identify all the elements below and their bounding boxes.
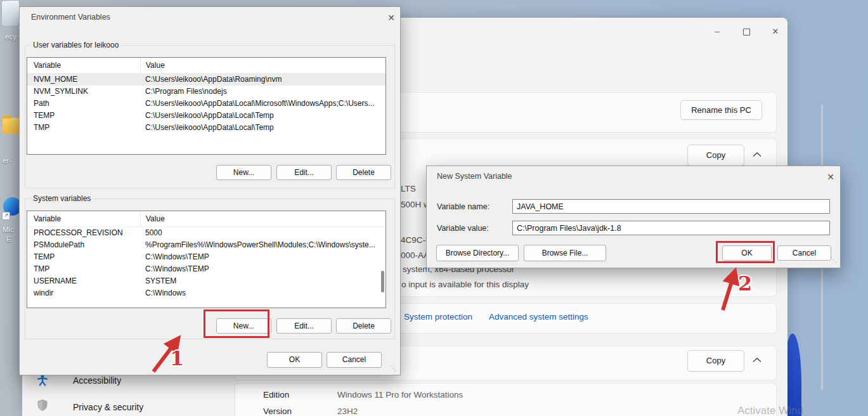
- maximize-glyph: [743, 29, 750, 36]
- edge-label-line1: Mic: [3, 226, 14, 233]
- copy-button-windows-specs[interactable]: Copy: [687, 350, 744, 372]
- cancel-button[interactable]: Cancel: [327, 352, 382, 368]
- cell-variable: NVM_SYMLINK: [27, 86, 140, 98]
- cell-variable: NVM_HOME: [27, 74, 140, 86]
- resize-grip[interactable]: ⋱: [831, 257, 837, 263]
- variable-name-input[interactable]: [512, 199, 830, 214]
- cell-value: C:\Users\leikooo\AppData\Local\Temp: [140, 122, 385, 134]
- highlight-box-ok-button: [716, 241, 775, 263]
- user-edit-button[interactable]: Edit...: [276, 165, 332, 180]
- cell-value: C:\Windows\TEMP: [140, 251, 385, 263]
- dialog-title: New System Variable: [437, 172, 512, 181]
- cell-value: C:\Windows\TEMP: [140, 263, 385, 275]
- cell-variable: PSModulePath: [27, 239, 140, 251]
- column-header-variable: Variable: [27, 58, 141, 73]
- cell-value: C:\Users\leikooo\AppData\Roaming\nvm: [140, 74, 385, 86]
- browse-file-button[interactable]: Browse File...: [524, 245, 606, 261]
- table-row[interactable]: windir C:\Windows: [27, 287, 385, 299]
- table-header: Variable Value: [27, 58, 385, 74]
- column-header-value: Value: [141, 58, 385, 73]
- close-icon[interactable]: ✕: [822, 170, 839, 184]
- user-variables-group: User variables for leikooo Variable Valu…: [25, 45, 395, 188]
- user-delete-button[interactable]: Delete: [336, 165, 391, 180]
- system-protection-link[interactable]: System protection: [404, 312, 472, 322]
- version-label: Version: [263, 406, 292, 416]
- spec-fragment: LTS: [401, 184, 416, 193]
- cell-variable: TEMP: [27, 251, 140, 263]
- system-variables-table: Variable Value PROCESSOR_REVISION 5000 P…: [27, 211, 386, 308]
- spec-fragment: o input is available for this display: [401, 280, 529, 289]
- sidebar-item-label: Accessibility: [73, 375, 121, 386]
- user-variables-group-label: User variables for leikooo: [30, 41, 121, 49]
- highlight-box-new-button: [204, 309, 269, 338]
- cell-variable: TMP: [27, 122, 140, 134]
- column-header-value: Value: [141, 211, 385, 226]
- table-row[interactable]: NVM_HOME C:\Users\leikooo\AppData\Roamin…: [27, 74, 385, 86]
- system-edit-button[interactable]: Edit...: [276, 318, 332, 334]
- spec-fragment: 000-AA: [401, 250, 429, 260]
- step-number-1: 1: [170, 346, 184, 370]
- cell-value: C:\Users\leikooo\AppData\Local\Microsoft…: [140, 98, 385, 110]
- cell-value: C:\Program Files\nodejs: [140, 86, 385, 98]
- chevron-up-icon[interactable]: [753, 358, 761, 363]
- recycle-bin-icon[interactable]: [1, 0, 20, 27]
- table-row[interactable]: TMP C:\Users\leikooo\AppData\Local\Temp: [27, 122, 385, 134]
- cell-variable: TEMP: [27, 110, 140, 122]
- cell-value: C:\Windows: [140, 287, 385, 299]
- user-new-button[interactable]: New...: [216, 165, 271, 180]
- table-row[interactable]: TMP C:\Windows\TEMP: [27, 263, 385, 275]
- cell-variable: Path: [27, 98, 140, 110]
- sidebar-item-privacy-security[interactable]: Privacy & security: [35, 396, 225, 415]
- step-number-2: 2: [738, 271, 752, 296]
- table-row[interactable]: TEMP C:\Windows\TEMP: [27, 251, 385, 263]
- cell-variable: windir: [27, 287, 140, 299]
- edge-label-line2: E: [6, 235, 11, 243]
- table-row[interactable]: USERNAME SYSTEM: [27, 275, 385, 287]
- maximize-icon[interactable]: [735, 23, 758, 41]
- edition-value: Windows 11 Pro for Workstations: [337, 390, 463, 400]
- cell-value: SYSTEM: [140, 275, 385, 287]
- rename-pc-button[interactable]: Rename this PC: [680, 100, 762, 120]
- shortcut-arrow-icon: ↗: [2, 212, 10, 220]
- table-row[interactable]: PROCESSOR_REVISION 5000: [27, 227, 385, 239]
- new-system-variable-dialog: New System Variable ✕ Variable name: Var…: [426, 166, 841, 268]
- browse-directory-button[interactable]: Browse Directory...: [436, 245, 519, 261]
- variable-value-input[interactable]: [512, 221, 830, 235]
- table-header: Variable Value: [27, 211, 385, 227]
- recycle-bin-label: ecy: [5, 33, 16, 41]
- spec-fragment: 500H w: [401, 200, 430, 209]
- user-variables-table: Variable Value NVM_HOME C:\Users\leikooo…: [27, 57, 386, 155]
- ok-button[interactable]: OK: [267, 352, 322, 368]
- cell-value: 5000: [140, 227, 385, 239]
- sidebar-item-label: Privacy & security: [73, 402, 143, 412]
- table-row[interactable]: NVM_SYMLINK C:\Program Files\nodejs: [27, 86, 385, 98]
- dialog-title: Environment Variables: [31, 13, 110, 22]
- column-header-variable: Variable: [27, 211, 141, 226]
- variable-value-label: Variable value:: [437, 224, 489, 233]
- resize-grip[interactable]: ⋱: [391, 365, 397, 372]
- cell-value: %ProgramFiles%\WindowsPowerShell\Modules…: [140, 239, 385, 251]
- version-value: 23H2: [337, 406, 358, 416]
- system-delete-button[interactable]: Delete: [336, 318, 391, 334]
- chevron-up-icon[interactable]: [753, 152, 761, 157]
- advanced-system-settings-link[interactable]: Advanced system settings: [489, 312, 588, 322]
- cell-variable: PROCESSOR_REVISION: [27, 227, 140, 239]
- shield-icon: [36, 399, 49, 412]
- cancel-button[interactable]: Cancel: [777, 245, 831, 261]
- close-icon[interactable]: ✕: [383, 11, 399, 25]
- copy-button-device-specs[interactable]: Copy: [687, 145, 744, 166]
- system-variables-group-label: System variables: [30, 194, 93, 203]
- cell-value: C:\Users\leikooo\AppData\Local\Temp: [140, 110, 385, 122]
- minimize-icon[interactable]: –: [706, 23, 729, 41]
- about-card: [235, 383, 777, 416]
- table-row[interactable]: PSModulePath %ProgramFiles%\WindowsPower…: [27, 239, 385, 251]
- close-icon[interactable]: ✕: [764, 23, 787, 41]
- folder-label: er-: [3, 157, 11, 164]
- cell-variable: USERNAME: [27, 275, 140, 287]
- table-row[interactable]: TEMP C:\Users\leikooo\AppData\Local\Temp: [27, 110, 385, 122]
- table-row[interactable]: Path C:\Users\leikooo\AppData\Local\Micr…: [27, 98, 385, 110]
- accessibility-icon: [36, 374, 49, 386]
- variable-name-label: Variable name:: [437, 202, 489, 211]
- edition-label: Edition: [263, 390, 289, 400]
- table-scrollbar-thumb[interactable]: [381, 271, 384, 292]
